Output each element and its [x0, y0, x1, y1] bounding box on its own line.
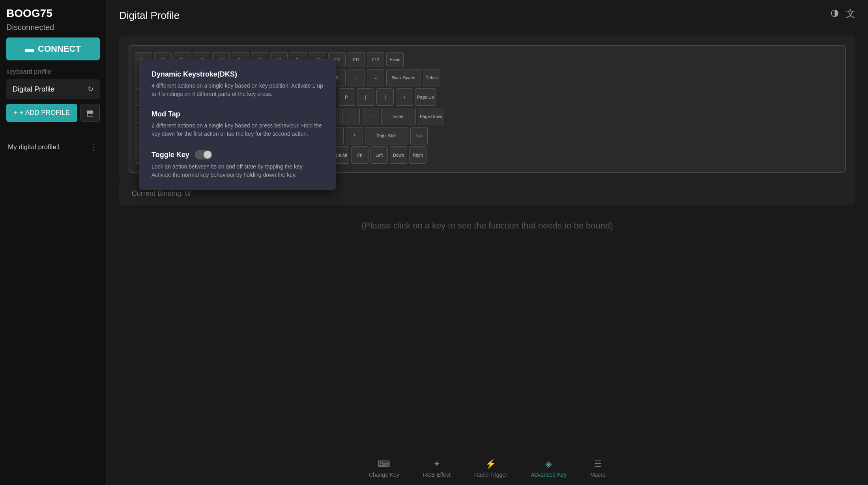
- change-key-label: Change Key: [369, 472, 399, 478]
- app-title: BOOG75: [6, 7, 100, 20]
- key-delete[interactable]: Delete: [423, 69, 440, 86]
- current-binding-label: Current Binding:: [132, 189, 183, 197]
- main-content: Digital Profile ◑ 文 Esc F1 F2 F3 F4 F5 F…: [107, 0, 868, 485]
- current-binding-value: 0/: [185, 189, 191, 197]
- digital-profile-name: Digital Profile: [13, 85, 54, 94]
- my-profile-name: My digital profile1: [8, 143, 60, 151]
- toolbar-rapid-trigger[interactable]: ⚡ Rapid Trigger: [474, 459, 507, 478]
- mod-tap-header: Mod Tap: [152, 110, 324, 118]
- key-right-shift[interactable]: Right Shift: [365, 127, 408, 144]
- key-up[interactable]: Up: [410, 127, 428, 144]
- advanced-key-label: Advanced Key: [531, 472, 567, 478]
- key-lbracket[interactable]: [: [357, 88, 374, 106]
- key-right[interactable]: Right: [409, 146, 427, 164]
- advanced-key-popup: Dynamic Keystroke(DKS) 4 different actio…: [139, 59, 336, 190]
- connect-button[interactable]: ▬ CONNECT: [6, 37, 100, 60]
- page-title: Digital Profile: [119, 9, 180, 21]
- mod-tap-option[interactable]: Mod Tap 2 different actions on a single …: [152, 110, 324, 138]
- toggle-switch[interactable]: [195, 150, 212, 159]
- key-fn[interactable]: Fn: [351, 146, 369, 164]
- connect-label: CONNECT: [38, 44, 81, 54]
- add-profile-button[interactable]: + + ADD PROFILE: [6, 104, 77, 122]
- digital-profile-item[interactable]: Digital Profile ↻: [6, 79, 100, 99]
- macro-label: Macro: [590, 472, 606, 478]
- change-key-icon: ⌨: [378, 459, 390, 469]
- bottom-toolbar: ⌨ Change Key ✦ RGB Effect ⚡ Rapid Trigge…: [107, 453, 868, 485]
- mod-tap-title: Mod Tap: [152, 110, 180, 118]
- theme-icon[interactable]: ◑: [831, 7, 839, 20]
- dks-desc: 4 different actions on a single key base…: [152, 82, 324, 98]
- key-backslash[interactable]: \: [396, 88, 413, 106]
- toggle-key-option[interactable]: Toggle Key Lock an action between its on…: [152, 150, 324, 179]
- key-f12[interactable]: F12: [367, 52, 384, 67]
- key-enter[interactable]: Enter: [381, 108, 416, 125]
- keyboard-section: Esc F1 F2 F3 F4 F5 F6 F7 F8 F9 F10 F11 F…: [119, 36, 855, 182]
- add-icon: +: [13, 109, 17, 117]
- dks-option[interactable]: Dynamic Keystroke(DKS) 4 different actio…: [152, 70, 324, 98]
- key-slash[interactable]: /: [346, 127, 363, 144]
- export-icon: ⬒: [86, 109, 94, 117]
- add-profile-row: + + ADD PROFILE ⬒: [6, 104, 100, 122]
- toolbar-advanced-key[interactable]: ◈ Advanced Key: [531, 459, 567, 478]
- connect-icon: ▬: [25, 44, 34, 54]
- key-equals[interactable]: =: [367, 69, 384, 86]
- key-page-up[interactable]: Page Up: [415, 88, 436, 106]
- dks-header: Dynamic Keystroke(DKS): [152, 70, 324, 79]
- key-left[interactable]: Left: [370, 146, 388, 164]
- rapid-trigger-icon: ⚡: [485, 459, 496, 469]
- add-profile-label: + ADD PROFILE: [20, 109, 70, 117]
- keyboard-profile-label: keyboard profile: [6, 68, 100, 75]
- mod-tap-desc: 2 different actions on a single key base…: [152, 122, 324, 138]
- key-page-down[interactable]: Page Down: [418, 108, 444, 125]
- toolbar-rgb-effect[interactable]: ✦ RGB Effect: [423, 459, 451, 478]
- toggle-key-title: Toggle Key: [152, 151, 189, 159]
- key-f11[interactable]: F11: [348, 52, 365, 67]
- toolbar-change-key[interactable]: ⌨ Change Key: [369, 459, 399, 478]
- my-profile-row: My digital profile1 ⋮: [6, 139, 100, 155]
- top-icons: ◑ 文: [831, 7, 855, 20]
- toggle-key-header: Toggle Key: [152, 150, 324, 159]
- placeholder-text: (Please click on a key to see the functi…: [107, 205, 868, 231]
- connection-status: Disconnected: [6, 23, 100, 32]
- profile-more-icon[interactable]: ⋮: [90, 142, 98, 152]
- rgb-effect-label: RGB Effect: [423, 472, 451, 478]
- key-p[interactable]: P: [338, 88, 355, 106]
- key-down[interactable]: Down: [390, 146, 407, 164]
- rapid-trigger-label: Rapid Trigger: [474, 472, 507, 478]
- rgb-effect-icon: ✦: [433, 459, 440, 469]
- main-header: Digital Profile: [107, 0, 868, 28]
- key-rbracket[interactable]: ]: [376, 88, 394, 106]
- key-backspace[interactable]: Back Space: [386, 69, 421, 86]
- sync-icon: ↻: [88, 85, 94, 94]
- toolbar-macro[interactable]: ☰ Macro: [590, 459, 606, 478]
- toggle-key-desc: Lock an action between its on and off st…: [152, 163, 324, 179]
- export-button[interactable]: ⬒: [80, 104, 100, 122]
- advanced-key-icon: ◈: [545, 459, 552, 469]
- key-semicolon[interactable]: ;: [342, 108, 360, 125]
- sidebar: BOOG75 Disconnected ▬ CONNECT keyboard p…: [0, 0, 107, 485]
- key-quote[interactable]: ': [362, 108, 379, 125]
- language-icon[interactable]: 文: [846, 7, 855, 20]
- key-minus[interactable]: -: [348, 69, 365, 86]
- toggle-knob: [204, 151, 211, 159]
- sidebar-divider: [6, 134, 100, 134]
- key-home[interactable]: Home: [386, 52, 404, 67]
- macro-icon: ☰: [594, 459, 602, 469]
- dks-title: Dynamic Keystroke(DKS): [152, 70, 237, 79]
